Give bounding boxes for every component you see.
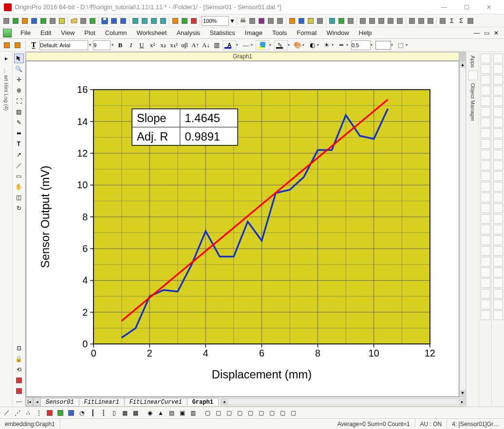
text-tool[interactable]: T [14,139,24,149]
import-multi-button[interactable] [149,16,158,26]
line-style-button[interactable]: ― [241,40,251,50]
menu-tools[interactable]: Tools [267,28,292,38]
gb-1[interactable]: ／ [2,408,12,418]
duplicate-button[interactable] [248,16,257,26]
gb-area[interactable] [66,408,76,418]
object-manager-label[interactable]: Object Manager [470,83,476,121]
scroll-up-icon[interactable]: ▲ [460,61,466,68]
3d-button[interactable]: ⬚ [396,40,406,50]
vertical-scrollbar[interactable]: ▲ ▼ [459,61,466,397]
superscript-button[interactable]: x² [148,40,157,50]
plot-multi2[interactable] [481,278,490,288]
scroll-left-icon[interactable]: ◂ [221,399,228,405]
plot2-v[interactable] [493,278,503,288]
plot-radar[interactable] [481,257,490,267]
menu-edit[interactable]: Edit [36,28,56,38]
gb-4[interactable]: ⋮ [34,408,44,418]
draw-data-tool[interactable]: ✎ [14,118,24,127]
gb-theme1[interactable]: ▢ [203,408,212,418]
underline-button[interactable]: U [137,40,147,50]
gb-bar[interactable] [45,408,55,418]
plot-polar[interactable] [481,161,490,170]
plot2-b[interactable] [493,64,503,74]
plot-bar[interactable] [481,96,490,106]
sort-button[interactable] [466,16,475,26]
sigma2-button[interactable]: Σ [457,16,466,26]
ruler-button[interactable]: ▥ [212,40,222,50]
plot-multi4[interactable] [481,300,490,309]
rescale-tool[interactable]: ⟲ [14,365,24,375]
color-scale-tool[interactable] [14,375,24,385]
plot2-n[interactable] [493,193,503,202]
tab-nav-prev[interactable]: ◂ [33,397,41,406]
custom2-button[interactable] [386,16,395,26]
worksheet-tab-fitlinearcurve1[interactable]: FitLinearCurve1 [125,398,187,406]
code-builder-button[interactable] [328,16,336,26]
close-button[interactable]: ✕ [478,0,500,15]
plot-linesymbol[interactable] [481,75,490,85]
plot2-k[interactable] [493,161,503,170]
plot2-s[interactable] [493,246,503,256]
decrease-font-button[interactable]: A↓ [201,40,211,50]
plot2-j[interactable] [493,150,503,160]
gb-theme8[interactable]: ▢ [278,408,287,418]
plot-line[interactable] [481,54,490,63]
plot-3dscatter[interactable] [481,128,490,138]
menu-worksheet[interactable]: Worksheet [132,28,172,38]
stats3-button[interactable] [426,16,435,26]
open-excel-button[interactable] [88,16,97,26]
arrow-tool[interactable]: ↗ [14,150,24,160]
menu-file[interactable]: File [16,28,36,38]
plot-template[interactable] [481,310,490,320]
worksheet-tab-sensor01[interactable]: Sensor01 [41,398,79,406]
minimize-button[interactable]: — [433,0,455,15]
italic-button[interactable]: I [126,40,136,50]
plot-vector[interactable] [481,182,490,192]
gb-box[interactable]: ▯ [109,408,119,418]
gb-stock[interactable]: ┋ [98,408,108,418]
zoom-full-tool[interactable]: ⊡ [14,343,24,353]
plot2-c[interactable] [493,75,503,85]
gb-theme5[interactable]: ▢ [245,408,255,418]
menu-analysis[interactable]: Analysis [171,28,205,38]
menu-format[interactable]: Format [292,28,321,38]
gb-theme4[interactable]: ▢ [235,408,244,418]
data-reader-tool[interactable]: ⊕ [14,86,24,95]
rect-tool[interactable]: ▭ [14,171,24,181]
graph-canvas[interactable]: 0246810120246810121416Displacement (mm)S… [26,61,459,397]
open-button[interactable] [70,16,78,26]
gb-image[interactable]: ▣ [177,408,187,418]
lighting-button[interactable]: ☀ [322,40,332,50]
line-tool[interactable]: ／ [14,161,24,170]
slide-show-button[interactable] [266,16,275,26]
gradient-button[interactable]: ◐ [307,40,317,50]
transpose-button[interactable] [358,16,367,26]
plot2-g[interactable] [493,118,503,127]
panel-toggle-icon[interactable]: ▸ [1,54,11,63]
gb-theme3[interactable]: ▢ [224,408,234,418]
misc-tool[interactable]: ⋯ [14,397,24,407]
refresh-button[interactable] [346,16,355,26]
plot2-p[interactable] [493,214,503,224]
bold-button[interactable]: B [115,40,125,50]
font-color-dd[interactable]: ▾ [236,43,240,47]
gb-surface[interactable]: ▲ [156,408,166,418]
save-button[interactable] [100,16,109,26]
stats2-button[interactable] [417,16,426,26]
ppt-button[interactable] [288,16,297,26]
open-template-button[interactable] [79,16,88,26]
gb-theme7[interactable]: ▢ [267,408,277,418]
mdi-minimize-button[interactable]: — [472,29,481,37]
line-width-combo[interactable] [351,40,371,50]
font-name-combo[interactable] [39,40,88,50]
gb-theme6[interactable]: ▢ [256,408,266,418]
gb-col[interactable] [56,408,65,418]
import-single-button[interactable] [140,16,149,26]
plot-multi3[interactable] [481,289,490,299]
import-wizard-button[interactable] [131,16,140,26]
plot2-u[interactable] [493,268,503,277]
new-graph-button[interactable] [30,16,38,26]
batch-process-button[interactable] [171,16,180,26]
plot2-e[interactable] [493,96,503,106]
menu-view[interactable]: View [56,28,79,38]
